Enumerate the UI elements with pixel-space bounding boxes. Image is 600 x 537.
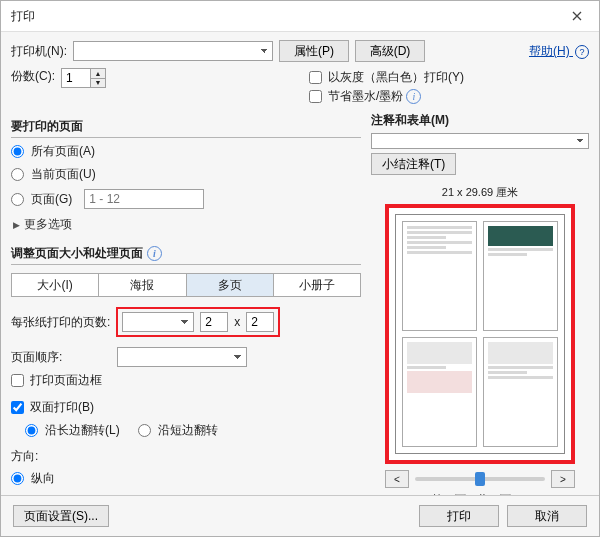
preview-sheet: [395, 214, 565, 454]
help-link[interactable]: 帮助(H) ?: [529, 43, 589, 60]
cancel-button[interactable]: 取消: [507, 505, 587, 527]
duplex-short-input[interactable]: [138, 424, 151, 437]
pages-range-label: 页面(G): [31, 191, 72, 208]
per-sheet-select[interactable]: 自定义...: [122, 312, 194, 332]
dialog-content: 打印机(N): Canon iR2525/2530 UFRII LT 属性(P)…: [1, 32, 599, 495]
copies-spinner[interactable]: ▲▼: [61, 68, 106, 88]
tab-poster[interactable]: 海报: [99, 273, 186, 297]
printer-row: 打印机(N): Canon iR2525/2530 UFRII LT 属性(P)…: [11, 40, 589, 62]
grayscale-check[interactable]: 以灰度（黑白色）打印(Y): [309, 69, 589, 86]
summarize-comments-button[interactable]: 小结注释(T): [371, 153, 456, 175]
paper-size-label: 21 x 29.69 厘米: [442, 185, 518, 200]
per-sheet-cols[interactable]: [200, 312, 228, 332]
properties-button[interactable]: 属性(P): [279, 40, 349, 62]
copies-input[interactable]: [61, 68, 91, 88]
page-order-select[interactable]: 横向: [117, 347, 247, 367]
main-columns: 要打印的页面 所有页面(A) 当前页面(U) 页面(G): [11, 112, 589, 491]
printer-select[interactable]: Canon iR2525/2530 UFRII LT: [73, 41, 273, 61]
preview-page-4: [483, 337, 558, 447]
duplex-check[interactable]: 双面打印(B): [11, 399, 361, 416]
comments-select[interactable]: 文档和标记: [371, 133, 589, 149]
per-sheet-by: x: [234, 315, 240, 329]
preview-area: 21 x 29.69 厘米: [371, 185, 589, 495]
sizing-tabs: 大小(I) 海报 多页 小册子: [11, 273, 361, 297]
duplex-long-label: 沿长边翻转(L): [45, 422, 120, 439]
pages-all-radio[interactable]: 所有页面(A): [11, 143, 361, 160]
printer-label: 打印机(N):: [11, 43, 67, 60]
page-order-row: 页面顺序: 横向: [11, 347, 361, 367]
dialog-footer: 页面设置(S)... 打印 取消: [1, 495, 599, 536]
pages-all-label: 所有页面(A): [31, 143, 95, 160]
window-title: 打印: [1, 8, 35, 25]
preview-nav: < >: [385, 470, 575, 488]
chevron-right-icon: >: [560, 474, 566, 485]
preview-highlight: [385, 204, 575, 464]
spinner-buttons[interactable]: ▲▼: [91, 68, 106, 88]
preview-prev-button[interactable]: <: [385, 470, 409, 488]
orientation-portrait-label: 纵向: [31, 470, 55, 487]
right-column: 注释和表单(M) 文档和标记 小结注释(T) 21 x 29.69 厘米: [371, 112, 589, 491]
pages-current-label: 当前页面(U): [31, 166, 96, 183]
more-options-label: 更多选项: [24, 216, 72, 233]
preview-page-3: [402, 337, 477, 447]
left-column: 要打印的页面 所有页面(A) 当前页面(U) 页面(G): [11, 112, 361, 491]
print-border-checkbox[interactable]: [11, 374, 24, 387]
pages-section-head: 要打印的页面: [11, 116, 361, 138]
pages-range-field[interactable]: [84, 189, 204, 209]
pages-range-input[interactable]: [11, 193, 24, 206]
close-icon: [572, 11, 582, 21]
chevron-left-icon: <: [394, 474, 400, 485]
help-icon: ?: [575, 45, 589, 59]
spin-down-icon[interactable]: ▼: [91, 78, 105, 88]
info-icon: i: [406, 89, 421, 104]
duplex-options: 沿长边翻转(L) 沿短边翻转: [25, 421, 361, 440]
inksave-label: 节省墨水/墨粉: [328, 88, 403, 105]
per-sheet-highlight: 自定义... x: [116, 307, 280, 337]
sizing-section-title: 调整页面大小和处理页面: [11, 245, 143, 262]
inksave-checkbox[interactable]: [309, 90, 322, 103]
preview-page-2: [483, 221, 558, 331]
pages-section-title: 要打印的页面: [11, 118, 83, 135]
duplex-short-radio[interactable]: 沿短边翻转: [138, 422, 218, 439]
per-sheet-label: 每张纸打印的页数:: [11, 314, 110, 331]
print-border-check[interactable]: 打印页面边框: [11, 372, 361, 389]
preview-page-1: [402, 221, 477, 331]
duplex-long-input[interactable]: [25, 424, 38, 437]
grayscale-checkbox[interactable]: [309, 71, 322, 84]
pages-all-input[interactable]: [11, 145, 24, 158]
duplex-long-radio[interactable]: 沿长边翻转(L): [25, 422, 120, 439]
orientation-portrait-radio[interactable]: 纵向: [11, 470, 361, 487]
print-dialog: 打印 打印机(N): Canon iR2525/2530 UFRII LT 属性…: [0, 0, 600, 537]
pages-current-radio[interactable]: 当前页面(U): [11, 166, 361, 183]
orientation-label: 方向:: [11, 448, 361, 465]
preview-next-button[interactable]: >: [551, 470, 575, 488]
orientation-portrait-input[interactable]: [11, 472, 24, 485]
sizing-section-head: 调整页面大小和处理页面 i: [11, 243, 361, 265]
copies-label: 份数(C):: [11, 68, 55, 85]
tab-size[interactable]: 大小(I): [11, 273, 99, 297]
pages-current-input[interactable]: [11, 168, 24, 181]
pages-range-radio[interactable]: 页面(G): [11, 191, 72, 208]
tab-booklet[interactable]: 小册子: [274, 273, 361, 297]
inksave-check[interactable]: 节省墨水/墨粉 i: [309, 88, 589, 105]
print-options: 以灰度（黑白色）打印(Y) 节省墨水/墨粉 i: [309, 68, 589, 106]
duplex-checkbox[interactable]: [11, 401, 24, 414]
tab-multi[interactable]: 多页: [187, 273, 274, 297]
spin-up-icon[interactable]: ▲: [91, 69, 105, 78]
preview-slider[interactable]: [415, 477, 545, 481]
duplex-label: 双面打印(B): [30, 399, 94, 416]
comments-section-title: 注释和表单(M): [371, 112, 589, 129]
duplex-short-label: 沿短边翻转: [158, 422, 218, 439]
advanced-button[interactable]: 高级(D): [355, 40, 425, 62]
titlebar: 打印: [1, 1, 599, 32]
print-border-label: 打印页面边框: [30, 372, 102, 389]
page-order-label: 页面顺序:: [11, 349, 111, 366]
per-sheet-rows[interactable]: [246, 312, 274, 332]
more-options-toggle[interactable]: 更多选项: [13, 216, 361, 233]
page-setup-button[interactable]: 页面设置(S)...: [13, 505, 109, 527]
help-link-text: 帮助(H): [529, 44, 570, 58]
print-button[interactable]: 打印: [419, 505, 499, 527]
pages-range-row: 页面(G): [11, 189, 361, 209]
copies-row: 份数(C): ▲▼ 以灰度（黑白色）打印(Y) 节省墨水/墨粉 i: [11, 68, 589, 106]
close-button[interactable]: [554, 1, 599, 31]
